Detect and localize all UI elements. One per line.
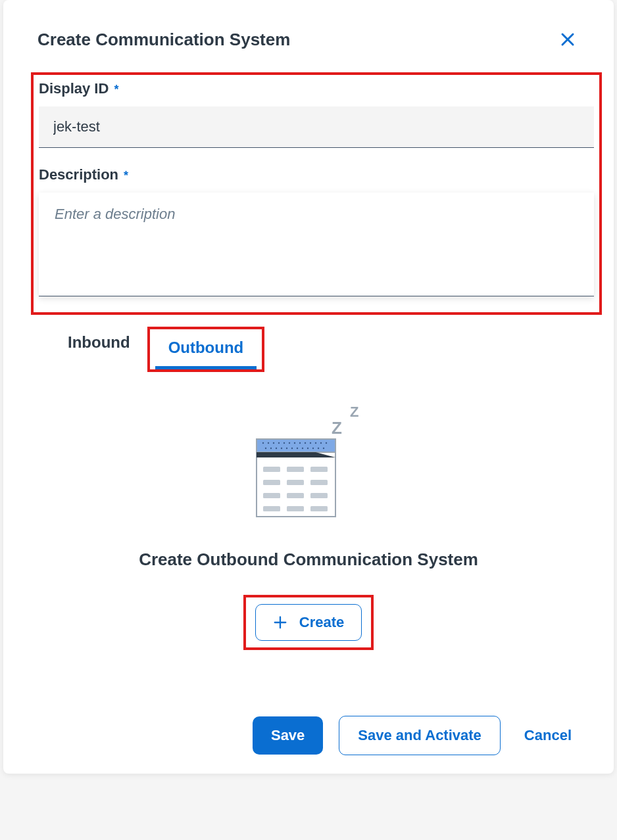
svg-rect-5 (257, 439, 335, 452)
description-label: Description * (39, 166, 594, 183)
svg-rect-31 (263, 467, 280, 472)
svg-point-11 (289, 442, 290, 444)
svg-point-28 (312, 448, 314, 449)
cancel-button[interactable]: Cancel (516, 716, 580, 755)
svg-point-10 (284, 442, 285, 444)
svg-point-23 (286, 448, 287, 449)
svg-text:Z: Z (350, 404, 358, 420)
display-id-label-text: Display ID (39, 80, 109, 97)
svg-point-18 (326, 442, 327, 444)
svg-rect-39 (310, 493, 328, 498)
svg-point-7 (268, 442, 269, 444)
svg-point-9 (278, 442, 280, 444)
tab-bar: Inbound Outbound (3, 315, 614, 372)
svg-point-17 (320, 442, 322, 444)
svg-point-29 (318, 448, 319, 449)
svg-point-25 (297, 448, 298, 449)
required-asterisk: * (124, 169, 128, 183)
display-id-input[interactable] (39, 106, 594, 148)
create-button-highlight: Create (243, 595, 374, 650)
create-communication-system-dialog: Create Communication System Display ID *… (3, 0, 614, 774)
dialog-title: Create Communication System (37, 30, 290, 50)
svg-point-20 (270, 448, 272, 449)
create-outbound-button[interactable]: Create (255, 604, 362, 641)
empty-table-sleep-icon: Z Z (253, 401, 364, 522)
svg-rect-36 (310, 480, 328, 485)
svg-point-8 (273, 442, 274, 444)
dialog-footer: Save Save and Activate Cancel (3, 663, 614, 774)
svg-point-27 (307, 448, 308, 449)
save-button[interactable]: Save (253, 716, 323, 755)
svg-rect-32 (287, 467, 304, 472)
svg-rect-42 (310, 506, 328, 511)
tab-outbound[interactable]: Outbound (155, 332, 257, 369)
svg-rect-38 (287, 493, 304, 498)
svg-point-14 (305, 442, 306, 444)
display-id-label: Display ID * (39, 80, 594, 97)
description-input[interactable] (39, 193, 594, 296)
svg-point-22 (281, 448, 282, 449)
svg-rect-37 (263, 493, 280, 498)
svg-point-24 (291, 448, 293, 449)
svg-rect-33 (310, 467, 328, 472)
svg-text:Z: Z (332, 418, 342, 438)
svg-rect-34 (263, 480, 280, 485)
svg-point-19 (265, 448, 266, 449)
svg-point-12 (294, 442, 295, 444)
svg-rect-35 (287, 480, 304, 485)
tab-inbound[interactable]: Inbound (55, 327, 143, 361)
description-label-text: Description (39, 166, 118, 183)
svg-point-30 (323, 448, 324, 449)
close-icon (560, 32, 576, 47)
svg-point-21 (276, 448, 277, 449)
form-highlight-region: Display ID * Description * (31, 72, 602, 315)
svg-rect-41 (287, 506, 304, 511)
close-button[interactable] (556, 28, 580, 51)
empty-state-title: Create Outbound Communication System (3, 549, 614, 570)
save-and-activate-button[interactable]: Save and Activate (339, 716, 501, 755)
required-asterisk: * (114, 83, 118, 97)
plus-icon (273, 615, 287, 630)
svg-point-26 (302, 448, 303, 449)
outbound-empty-state: Z Z Create Outbound Com (3, 372, 614, 663)
tab-outbound-highlight: Outbound (147, 327, 265, 372)
dialog-header: Create Communication System (3, 0, 614, 67)
svg-point-6 (262, 442, 264, 444)
svg-point-13 (299, 442, 301, 444)
description-field-group: Description * (39, 166, 594, 299)
create-button-label: Create (299, 614, 344, 631)
svg-point-16 (315, 442, 316, 444)
display-id-field-group: Display ID * (39, 80, 594, 148)
svg-point-15 (310, 442, 311, 444)
svg-rect-40 (263, 506, 280, 511)
